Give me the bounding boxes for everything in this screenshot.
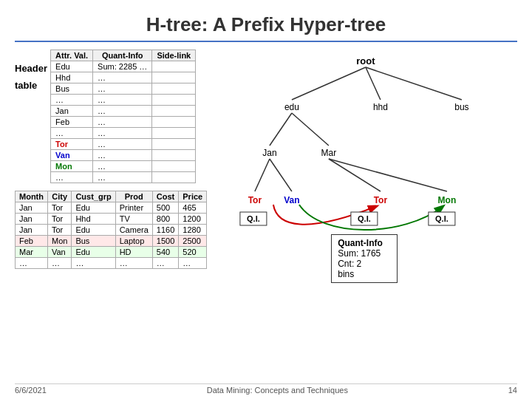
header-cell: …	[93, 172, 152, 183]
header-cell: …	[51, 172, 93, 183]
header-cell: …	[93, 117, 152, 128]
quant-sum: Sum: 1765	[338, 248, 391, 259]
header-cell	[152, 83, 196, 95]
header-cell: Bus	[51, 83, 93, 95]
footer-course: Data Mining: Concepts and Techniques	[207, 386, 348, 395]
data-cell: Edu	[72, 225, 115, 236]
data-cell: 1200	[179, 214, 207, 225]
header-table-row: ……	[51, 128, 196, 139]
data-cell: Laptop	[115, 236, 152, 247]
header-cell	[152, 106, 196, 117]
edu-node: edu	[284, 102, 299, 112]
footer: 6/6/2021 Data Mining: Concepts and Techn…	[15, 383, 517, 395]
data-cell: Mar	[16, 247, 48, 258]
data-cell: 465	[179, 202, 207, 214]
header-cell: …	[93, 161, 152, 172]
header-cell: …	[93, 95, 152, 106]
header-table-row: Mon…	[51, 161, 196, 172]
header-table-row: ……	[51, 95, 196, 106]
data-cell: 800	[152, 214, 178, 225]
header-cell: Hhd	[51, 72, 93, 83]
data-table-row: FebMonBusLaptop15002500	[16, 236, 207, 247]
slide: H-tree: A Prefix Hyper-tree Header table…	[0, 0, 532, 399]
data-cell: Feb	[16, 236, 48, 247]
svg-line-3	[270, 113, 292, 146]
header-table-row: Feb…	[51, 117, 196, 128]
header-cell: …	[51, 128, 93, 139]
data-col-header: Price	[179, 191, 207, 202]
header-cell	[152, 61, 196, 72]
qi-2: Q.I.	[358, 214, 371, 223]
data-cell: Edu	[72, 247, 115, 258]
header-table-row: EduSum: 2285 …	[51, 61, 196, 72]
header-table-row: Bus…	[51, 83, 196, 95]
header-cell	[152, 128, 196, 139]
header-cell	[152, 172, 196, 183]
data-cell: 1160	[152, 225, 178, 236]
page-title: H-tree: A Prefix Hyper-tree	[15, 7, 517, 42]
data-cell: Tor	[47, 214, 71, 225]
header-cell	[152, 72, 196, 83]
data-col-header: Cust_grp	[72, 191, 115, 202]
data-cell: Tor	[47, 202, 71, 214]
col-quant-info: Quant-Info	[93, 50, 152, 61]
data-cell: …	[152, 258, 178, 269]
data-cell: 2500	[179, 236, 207, 247]
data-cell: …	[179, 258, 207, 269]
qi-3: Q.I.	[435, 214, 449, 223]
svg-line-6	[270, 159, 292, 191]
data-cell: 1280	[179, 225, 207, 236]
data-col-header: Month	[16, 191, 48, 202]
data-cell: Hhd	[72, 214, 115, 225]
data-cell: Edu	[72, 202, 115, 214]
header-cell: …	[93, 106, 152, 117]
header-cell	[152, 117, 196, 128]
header-cell	[152, 95, 196, 106]
svg-line-5	[255, 159, 270, 191]
header-cell: …	[93, 139, 152, 150]
data-cell: Bus	[72, 236, 115, 247]
data-cell: …	[16, 258, 48, 269]
header-cell: Jan	[51, 106, 93, 117]
van-node: Van	[284, 195, 299, 205]
svg-line-1	[366, 67, 381, 100]
header-table-label: Header table	[15, 50, 47, 91]
footer-date: 6/6/2021	[15, 386, 47, 395]
header-cell: Tor	[51, 139, 93, 150]
left-panel: Header table Attr. Val. Quant-Info Side-…	[15, 50, 207, 269]
header-table: Attr. Val. Quant-Info Side-link EduSum: …	[50, 50, 196, 183]
bus-node: bus	[454, 102, 468, 112]
header-table-row: ……	[51, 172, 196, 183]
data-col-header: Cost	[152, 191, 178, 202]
header-area: Header table Attr. Val. Quant-Info Side-…	[15, 50, 207, 183]
header-cell: …	[93, 150, 152, 161]
data-col-header: City	[47, 191, 71, 202]
header-table-row: Hhd…	[51, 72, 196, 83]
quant-info-title: Quant-Info	[338, 238, 391, 248]
header-cell: …	[93, 72, 152, 83]
qi-1: Q.I.	[247, 214, 260, 223]
header-cell	[152, 161, 196, 172]
svg-line-2	[366, 67, 462, 100]
data-cell: …	[47, 258, 71, 269]
data-cell: Van	[47, 247, 71, 258]
col-attr-val: Attr. Val.	[51, 50, 93, 61]
footer-page: 14	[508, 386, 517, 395]
quant-info-box: Quant-Info Sum: 1765 Cnt: 2 bins	[331, 234, 398, 283]
data-cell: …	[72, 258, 115, 269]
header-table-row: Tor…	[51, 139, 196, 150]
header-cell: Edu	[51, 61, 93, 72]
data-cell: 540	[152, 247, 178, 258]
data-cell: 500	[152, 202, 178, 214]
hhd-node: hhd	[373, 102, 388, 112]
content-area: Header table Attr. Val. Quant-Info Side-…	[15, 50, 517, 301]
header-cell	[152, 150, 196, 161]
data-cell: Mon	[47, 236, 71, 247]
svg-line-8	[329, 159, 447, 191]
svg-line-4	[292, 113, 329, 146]
data-cell: 520	[179, 247, 207, 258]
data-cell: Jan	[16, 202, 48, 214]
header-cell: Sum: 2285 …	[93, 61, 152, 72]
data-cell: Printer	[115, 202, 152, 214]
mon-node: Mon	[438, 195, 457, 205]
